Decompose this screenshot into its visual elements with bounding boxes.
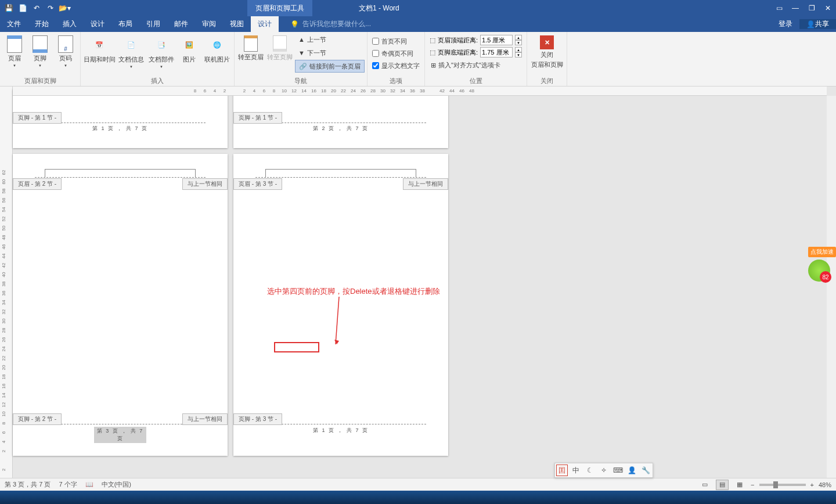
group-label: 选项: [370, 77, 422, 86]
datetime-button[interactable]: 📅日期和时间: [83, 33, 116, 64]
prev-section-button[interactable]: ▲上一节: [295, 33, 365, 46]
show-doc-text-checkbox[interactable]: 显示文档文字: [370, 60, 422, 71]
header-button[interactable]: 页眉▼: [2, 33, 27, 67]
float-lang-button[interactable]: 中: [570, 465, 582, 476]
tab-references[interactable]: 引用: [139, 16, 167, 32]
zoom-slider[interactable]: [759, 484, 806, 486]
online-picture-icon: 🌐: [208, 35, 226, 54]
vertical-scrollbar[interactable]: [827, 96, 836, 485]
close-icon[interactable]: ✕: [820, 0, 836, 16]
tab-hf-design[interactable]: 设计: [251, 16, 279, 32]
footer-button[interactable]: 页脚▼: [28, 33, 52, 67]
person-icon[interactable]: 👤: [626, 465, 637, 476]
next-section-button[interactable]: ▼下一节: [295, 46, 365, 59]
side-accelerator-widget[interactable]: 点我加速 82: [808, 247, 836, 282]
login-button[interactable]: 登录: [772, 19, 799, 29]
page-1[interactable]: 页脚 - 第 1 节 - 第 1 页 ， 共 7 页: [13, 89, 228, 148]
group-label: 导航: [237, 77, 365, 86]
view-read-button[interactable]: ▭: [698, 480, 711, 490]
close-hf-button[interactable]: ✕ 关闭页眉和页脚: [529, 33, 564, 69]
diff-odd-even-checkbox[interactable]: 奇偶页不同: [370, 48, 422, 59]
header-top-spinner[interactable]: ⬚页眉顶端距离:▲▼: [427, 34, 524, 46]
page-number-selected[interactable]: 第 3 页 ， 共 7 页: [94, 427, 146, 443]
annotation-arrow: [334, 297, 346, 349]
side-widget-blob: 82: [808, 260, 830, 282]
horizontal-ruler[interactable]: 8642246810121416182022242628303234363842…: [13, 87, 827, 96]
floating-toolbar: 囯 中 ☾ ✧ ⌨ 👤 🔧: [554, 463, 653, 478]
zoom-out-button[interactable]: −: [751, 481, 754, 488]
same-as-prev-tag: 与上一节相同: [182, 413, 228, 425]
new-icon[interactable]: 📄: [16, 2, 29, 15]
tab-design[interactable]: 设计: [84, 16, 111, 32]
footer-tag: 页脚 - 第 1 节 -: [13, 112, 62, 124]
float-btn-1[interactable]: 囯: [556, 465, 568, 476]
tab-review[interactable]: 审阅: [195, 16, 223, 32]
group-header-footer: 页眉▼ 页脚▼ #页码▼ 页眉和页脚: [0, 32, 81, 86]
goto-footer-button[interactable]: 转至页脚: [266, 33, 294, 62]
spin-down-icon[interactable]: ▼: [515, 40, 522, 45]
view-web-button[interactable]: ▦: [733, 480, 746, 490]
up-arrow-icon: ▲: [298, 36, 305, 43]
diff-first-checkbox[interactable]: 首页不同: [370, 35, 422, 47]
online-picture-button[interactable]: 🌐联机图片: [203, 33, 232, 64]
goto-header-button[interactable]: 转至页眉: [237, 33, 265, 62]
picture-button[interactable]: 🖼️图片: [177, 33, 201, 64]
docparts-button[interactable]: 📑文档部件▼: [147, 33, 176, 69]
header-top-input[interactable]: [480, 35, 513, 45]
page-number-button[interactable]: #页码▼: [53, 33, 78, 67]
footer-bottom-spinner[interactable]: ⬚页脚底端距离:▲▼: [427, 46, 524, 58]
wrench-icon[interactable]: 🔧: [640, 465, 651, 476]
group-insert: 📅日期和时间 📄文档信息▼ 📑文档部件▼ 🖼️图片 🌐联机图片 插入: [81, 32, 235, 86]
status-language[interactable]: 中文(中国): [102, 480, 131, 489]
tab-file[interactable]: 文件: [0, 16, 28, 32]
ribbon-options-icon[interactable]: ▭: [771, 0, 787, 16]
close-x-icon: ✕: [540, 35, 554, 49]
link-previous-button[interactable]: 🔗链接到前一条页眉: [295, 60, 365, 73]
group-label: 位置: [427, 77, 524, 86]
tab-layout[interactable]: 布局: [111, 16, 139, 32]
float-btn-4[interactable]: ✧: [598, 465, 610, 476]
tab-insert[interactable]: 插入: [56, 16, 84, 32]
proofing-icon[interactable]: 📖: [85, 481, 93, 488]
document-area: 6260585654525048464442403836343230282624…: [0, 87, 836, 485]
picture-icon: 🖼️: [180, 35, 199, 54]
tab-mailings[interactable]: 邮件: [167, 16, 195, 32]
page-3[interactable]: 页眉 - 第 2 节 - 与上一节相同 页脚 - 第 2 节 - 与上一节相同 …: [13, 154, 228, 456]
status-words[interactable]: 7 个字: [59, 480, 77, 489]
vertical-ruler[interactable]: 6260585654525048464442403836343230282624…: [0, 87, 13, 485]
open-icon[interactable]: 📂▾: [58, 2, 71, 15]
maximize-icon[interactable]: ❐: [803, 0, 820, 16]
same-as-prev-tag: 与上一节相同: [403, 178, 448, 190]
tab-view[interactable]: 视图: [223, 16, 251, 32]
content-frame: [265, 169, 416, 177]
docinfo-button[interactable]: 📄文档信息▼: [117, 33, 146, 69]
zoom-in-button[interactable]: +: [810, 481, 814, 488]
footer-bottom-input[interactable]: [480, 47, 513, 57]
page-number-text: 第 1 页 ， 共 7 页: [13, 125, 228, 132]
windows-taskbar[interactable]: [0, 491, 836, 504]
zoom-level[interactable]: 48%: [819, 481, 831, 488]
group-label: 插入: [83, 77, 232, 86]
spin-up-icon[interactable]: ▲: [515, 47, 522, 52]
page-2[interactable]: 页脚 - 第 1 节 - 第 2 页 ， 共 7 页: [233, 89, 448, 148]
spin-up-icon[interactable]: ▲: [515, 35, 522, 40]
save-icon[interactable]: 💾: [2, 2, 15, 15]
share-button[interactable]: 👤共享: [799, 19, 836, 29]
goto-header-icon: [244, 35, 258, 52]
moon-icon[interactable]: ☾: [584, 465, 596, 476]
undo-icon[interactable]: ↶: [30, 2, 43, 15]
keyboard-icon[interactable]: ⌨: [612, 465, 624, 476]
status-bar: 第 3 页，共 7 页 7 个字 📖 中文(中国) ▭ ▤ ▦ − + 48%: [0, 478, 836, 491]
tab-home[interactable]: 开始: [28, 16, 56, 32]
title-bar: 💾 📄 ↶ ↷ 📂▾ 页眉和页脚工具 文档1 - Word ▭ — ❐ ✕: [0, 0, 836, 16]
header-icon: [7, 35, 22, 53]
spin-down-icon[interactable]: ▼: [515, 52, 522, 57]
footer-tag: 页脚 - 第 2 节 -: [13, 413, 62, 425]
insert-align-tab-button[interactable]: ⊞插入"对齐方式"选项卡: [427, 59, 524, 71]
status-page[interactable]: 第 3 页，共 7 页: [5, 480, 51, 489]
header-tag: 页眉 - 第 3 节 -: [233, 178, 282, 190]
tell-me-box[interactable]: 💡 告诉我您想要做什么...: [290, 19, 371, 29]
minimize-icon[interactable]: —: [787, 0, 803, 16]
view-print-button[interactable]: ▤: [716, 480, 729, 490]
redo-icon[interactable]: ↷: [44, 2, 57, 15]
